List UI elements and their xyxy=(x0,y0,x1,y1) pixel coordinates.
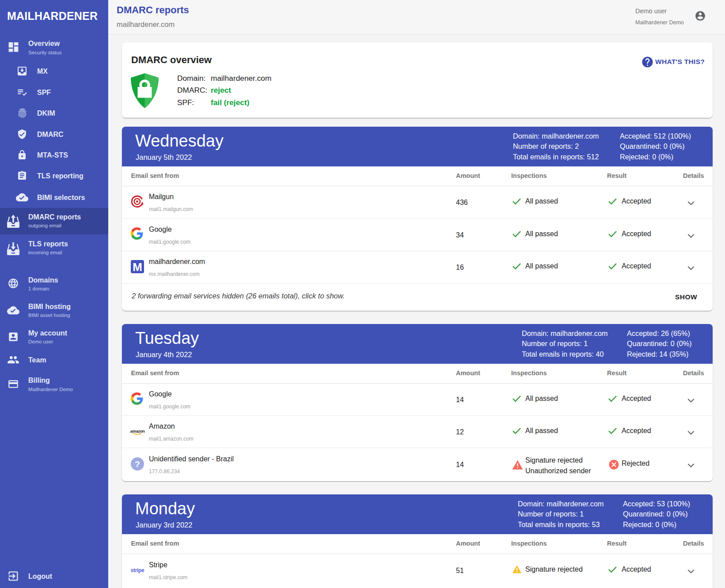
svg-text:stripe: stripe xyxy=(131,567,144,573)
svg-text:amazon: amazon xyxy=(130,429,145,433)
svg-text:?: ? xyxy=(135,459,140,468)
svg-text:M: M xyxy=(133,260,142,273)
